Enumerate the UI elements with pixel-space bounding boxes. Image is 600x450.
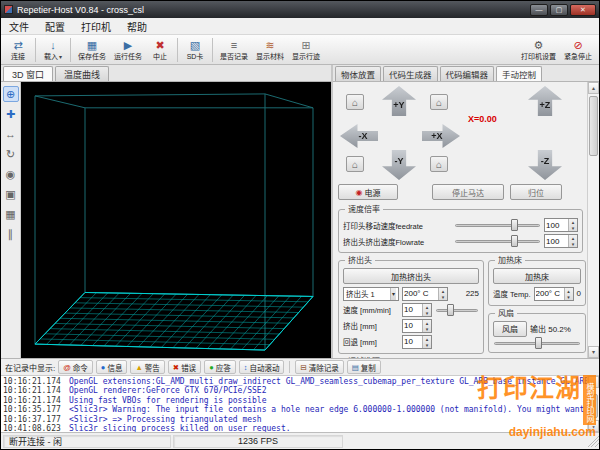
scroll-down-icon[interactable]: ▾ bbox=[588, 346, 599, 358]
jog-minus-y-button[interactable]: -Y bbox=[382, 150, 416, 180]
close-button[interactable]: ✕ bbox=[570, 4, 596, 16]
viewport-body: ⊕ ✚ ↔ ↻ ◉ ▣ ▦ ∥ bbox=[1, 82, 331, 358]
autoscroll-button[interactable]: ↕自动滚动 bbox=[239, 360, 285, 374]
3d-viewport[interactable] bbox=[21, 82, 331, 358]
connect-button[interactable]: ⇄ 连接 bbox=[4, 36, 32, 64]
tab-manual-control[interactable]: 手动控制 bbox=[496, 66, 542, 81]
jog-plus-z-button[interactable]: +Z bbox=[528, 86, 562, 116]
log-scrollbar[interactable]: ▴ ▾ bbox=[587, 376, 599, 432]
rotate-view-button[interactable]: ↻ bbox=[3, 146, 19, 162]
extruder-temp-spinner: ▴▾ bbox=[402, 287, 448, 301]
iso-view-button[interactable]: ▣ bbox=[3, 186, 19, 202]
tab-gcode-editor[interactable]: 代码编辑器 bbox=[440, 66, 495, 81]
spinner-arrows[interactable]: ▴▾ bbox=[564, 288, 573, 300]
jog-pad: ⌂ +Y ⌂ +Z -X +X X=0.00 ⌂ -Y ⌂ -Z bbox=[338, 84, 583, 182]
park-button[interactable]: 归位 bbox=[510, 184, 562, 200]
home-y-button[interactable]: ⌂ bbox=[346, 156, 364, 172]
home-z-button[interactable]: ⌂ bbox=[430, 156, 448, 172]
spinner-arrows[interactable]: ▴▾ bbox=[422, 304, 431, 316]
flowrate-slider[interactable] bbox=[454, 235, 541, 247]
heat-bed-button[interactable]: 加热床 bbox=[493, 268, 581, 284]
sd-card-button[interactable]: ▧ SD卡 bbox=[181, 36, 209, 64]
feedrate-input[interactable] bbox=[545, 219, 568, 231]
tab-3d-view[interactable]: 3D 窗口 bbox=[3, 66, 53, 81]
zoom-view-button[interactable]: ◉ bbox=[3, 166, 19, 182]
home-all-button[interactable]: ⌂ bbox=[430, 94, 448, 110]
extrude-speed-slider[interactable] bbox=[435, 304, 479, 316]
scroll-down-icon[interactable]: ▾ bbox=[588, 420, 599, 432]
jog-minus-z-button[interactable]: -Z bbox=[528, 150, 562, 180]
spinner-arrows[interactable]: ▴▾ bbox=[568, 219, 577, 231]
spinner-arrows[interactable]: ▴▾ bbox=[438, 288, 447, 300]
heat-extruder-button[interactable]: 加热挤出头 bbox=[343, 268, 479, 284]
slider-thumb[interactable] bbox=[511, 235, 518, 247]
maximize-button[interactable]: ▢ bbox=[550, 4, 568, 16]
toggle-log-button[interactable]: ≡ 是否记录 bbox=[216, 36, 252, 64]
parallel-view-button[interactable]: ∥ bbox=[3, 226, 19, 242]
extruder-select[interactable]: 挤出头 1▾ bbox=[343, 287, 399, 301]
window-title: Repetier-Host V0.84 - cross_csl bbox=[17, 5, 528, 15]
view-tool-strip: ⊕ ✚ ↔ ↻ ◉ ▣ ▦ ∥ bbox=[1, 82, 21, 358]
filter-commands-button[interactable]: @命令 bbox=[58, 360, 93, 374]
extruder-temp-input[interactable] bbox=[403, 288, 438, 300]
load-button[interactable]: ↓ 载入▾ bbox=[39, 36, 67, 64]
resize-grip[interactable] bbox=[587, 435, 599, 447]
slider-thumb[interactable] bbox=[535, 337, 542, 349]
center-view-button[interactable]: ⊕ bbox=[3, 86, 19, 102]
stop-motor-button[interactable]: 停止马达 bbox=[432, 184, 504, 200]
extruder-actual-temp: 225 bbox=[466, 289, 479, 298]
show-travel-button[interactable]: ⊞ 显示行迹 bbox=[288, 36, 324, 64]
save-job-button[interactable]: ▦ 保存任务 bbox=[74, 36, 110, 64]
home-icon: ⌂ bbox=[352, 97, 358, 108]
printer-settings-button[interactable]: ⚙ 打印机设置 bbox=[517, 36, 560, 64]
minimize-button[interactable]: — bbox=[530, 4, 548, 16]
copy-log-button[interactable]: ▤复制 bbox=[347, 360, 381, 374]
menu-printer[interactable]: 打印机 bbox=[73, 18, 119, 35]
jog-plus-x-button[interactable]: +X bbox=[422, 124, 460, 148]
tab-slicer[interactable]: 代码生成器 bbox=[383, 66, 438, 81]
menu-config[interactable]: 配置 bbox=[37, 18, 73, 35]
pan-view-button[interactable]: ↔ bbox=[3, 126, 19, 142]
jog-minus-x-button[interactable]: -X bbox=[340, 124, 378, 148]
show-filament-button[interactable]: ≋ 显示材料 bbox=[252, 36, 288, 64]
extrude-length-input[interactable] bbox=[403, 320, 422, 332]
filter-warnings-button[interactable]: ▲警告 bbox=[130, 360, 164, 374]
retract-input[interactable] bbox=[403, 336, 422, 348]
scrollbar-thumb[interactable] bbox=[589, 394, 598, 418]
slider-thumb[interactable] bbox=[511, 219, 518, 231]
clear-log-button[interactable]: ⊟清除记录 bbox=[295, 360, 343, 374]
retract-label: 回退 [mm] bbox=[343, 336, 399, 347]
fan-button[interactable]: 风扇 bbox=[493, 321, 527, 337]
chevron-down-icon: ▾ bbox=[390, 288, 396, 300]
grid-view-button[interactable]: ▦ bbox=[3, 206, 19, 222]
power-button[interactable]: ◉电源 bbox=[338, 184, 398, 200]
extrude-speed-input[interactable] bbox=[403, 304, 422, 316]
jog-plus-y-button[interactable]: +Y bbox=[382, 86, 416, 116]
right-panel-scrollbar[interactable]: ▴ ▾ bbox=[587, 82, 599, 358]
move-object-button[interactable]: ✚ bbox=[3, 106, 19, 122]
emergency-stop-icon: ⊘ bbox=[573, 39, 582, 51]
scrollbar-thumb[interactable] bbox=[589, 96, 598, 156]
tab-temperature-curve[interactable]: 温度曲线 bbox=[55, 66, 109, 81]
scroll-up-icon[interactable]: ▴ bbox=[588, 376, 599, 388]
scroll-up-icon[interactable]: ▴ bbox=[588, 82, 599, 94]
spinner-arrows[interactable]: ▴▾ bbox=[568, 235, 577, 247]
kill-job-button[interactable]: ✖ 中止 bbox=[146, 36, 174, 64]
bed-temp-input[interactable] bbox=[535, 288, 564, 300]
slider-thumb[interactable] bbox=[447, 304, 454, 316]
home-x-button[interactable]: ⌂ bbox=[346, 94, 364, 110]
spinner-arrows[interactable]: ▴▾ bbox=[422, 320, 431, 332]
filter-ack-button[interactable]: ●应答 bbox=[204, 360, 236, 374]
menu-file[interactable]: 文件 bbox=[1, 18, 37, 35]
flowrate-input[interactable] bbox=[545, 235, 568, 247]
feedrate-slider[interactable] bbox=[454, 219, 541, 231]
fan-slider[interactable] bbox=[493, 337, 581, 349]
emergency-stop-button[interactable]: ⊘ 紧急停止 bbox=[560, 36, 596, 64]
run-job-button[interactable]: ▶ 运行任务 bbox=[110, 36, 146, 64]
filter-info-button[interactable]: ●信息 bbox=[96, 360, 128, 374]
tab-object-placement[interactable]: 物体放置 bbox=[335, 66, 381, 81]
menu-help[interactable]: 帮助 bbox=[119, 18, 155, 35]
run-icon: ▶ bbox=[124, 39, 132, 51]
filter-errors-button[interactable]: ✖错误 bbox=[168, 360, 201, 374]
spinner-arrows[interactable]: ▴▾ bbox=[422, 336, 431, 348]
